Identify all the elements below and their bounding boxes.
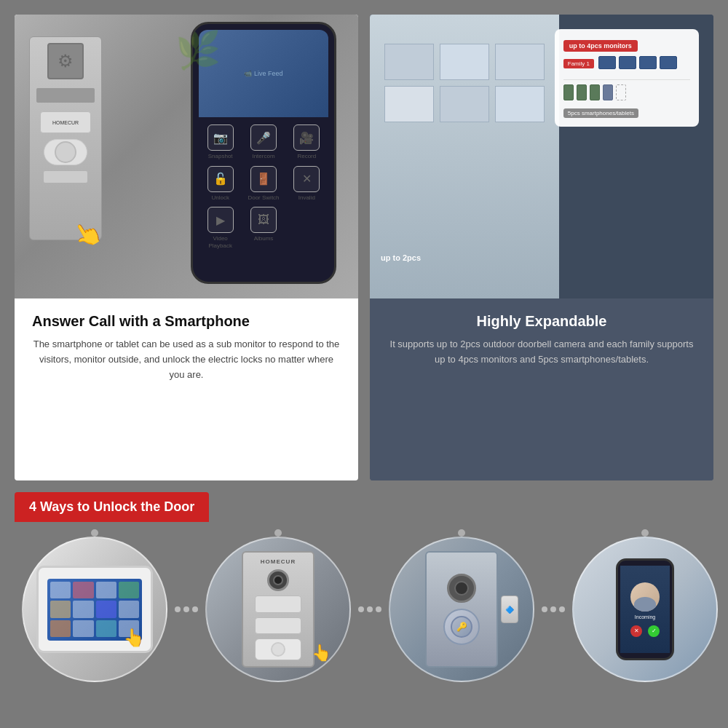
smartphone-icon-3 xyxy=(590,84,600,100)
video-playback-label: Video Playback xyxy=(202,235,239,249)
monitors-badge: up to 4pcs monitors xyxy=(563,40,638,52)
unlock-icon: 🔓 xyxy=(207,166,234,192)
person-avatar xyxy=(630,582,660,612)
phone-unlock-icon-item[interactable]: 🔓 Unlock xyxy=(202,166,239,202)
monitor-unlock-circle: 👆 xyxy=(22,537,167,682)
door-switch-icon: 🚪 xyxy=(250,166,277,192)
left-panel-description: The smartphone or tablet can be used as … xyxy=(32,337,341,382)
right-panel: up to 2pcs up to 4pcs monitors Family 1 xyxy=(370,15,713,480)
family-monitor-row xyxy=(598,56,677,69)
doorbell-press-finger-icon: 👆 xyxy=(312,644,331,662)
unlock-method-doorbell: HOMECUR 👆 xyxy=(205,537,351,682)
phone-doorswitch-icon-item[interactable]: 🚪 Door Switch xyxy=(245,166,282,202)
decline-button[interactable]: ✕ xyxy=(630,625,642,637)
dotted-placeholder xyxy=(616,84,626,100)
up-to-2pcs-label: up to 2pcs xyxy=(381,253,421,262)
top-section: ⚙ HOMECUR 👆 📹 Live Feed xyxy=(15,15,713,480)
page-container: ⚙ HOMECUR 👆 📹 Live Feed xyxy=(0,0,728,728)
smartphone-icon-4 xyxy=(603,84,613,100)
record-icon: 🎥 xyxy=(293,124,320,151)
phone-icons-grid: 📷 Snapshot 🎤 Intercom 🎥 Record xyxy=(199,122,328,252)
phone-snapshot-icon-item[interactable]: 📷 Snapshot xyxy=(202,124,239,160)
monitor-device-image: 👆 xyxy=(36,566,153,653)
smartphone-device-image: Incoming ✕ ✓ xyxy=(616,558,674,660)
accept-button[interactable]: ✓ xyxy=(648,625,660,637)
bottom-section: 4 Ways to Unlock the Door xyxy=(15,492,713,713)
doorbell-device-panel: ⚙ HOMECUR xyxy=(29,36,102,240)
phone-call-screen: Incoming ✕ ✓ xyxy=(620,566,670,653)
door-switch-label: Door Switch xyxy=(248,194,279,202)
phone-record-icon-item[interactable]: 🎥 Record xyxy=(288,124,325,160)
record-label: Record xyxy=(297,153,316,160)
phone-call-text: Incoming xyxy=(635,614,655,620)
keyfob-unlock-circle: 🔑 🔷 xyxy=(389,537,534,682)
right-panel-title: Highly Expandable xyxy=(387,313,696,330)
phone-invalid-icon-item[interactable]: ✕ Invalid xyxy=(288,166,325,202)
right-panel-image: up to 2pcs up to 4pcs monitors Family 1 xyxy=(370,15,713,298)
connector-1 xyxy=(175,606,198,612)
family-label: Family 1 xyxy=(563,59,594,68)
albums-label: Albums xyxy=(254,235,274,242)
doorbell-unlock-circle: HOMECUR 👆 xyxy=(205,537,351,682)
unlock-method-smartphone: Incoming ✕ ✓ xyxy=(572,537,718,682)
doorbell-name-plate: HOMECUR xyxy=(40,111,91,133)
invalid-icon: ✕ xyxy=(293,166,320,192)
phone-intercom-icon-item[interactable]: 🎤 Intercom xyxy=(245,124,282,160)
doorbell-camera-icon: ⚙ xyxy=(47,43,84,79)
unlock-methods-container: 👆 HOMECUR xyxy=(15,522,713,697)
smartphone-unlock-circle: Incoming ✕ ✓ xyxy=(572,537,718,682)
touch-finger-icon: 👆 xyxy=(123,628,145,648)
unlock-label: Unlock xyxy=(211,194,229,202)
smartphone-row xyxy=(563,84,690,100)
left-panel-image: ⚙ HOMECUR 👆 📹 Live Feed xyxy=(15,15,358,298)
snapshot-label: Snapshot xyxy=(208,153,233,160)
key-fob-card: 🔷 xyxy=(501,596,518,623)
monitor-icon-3 xyxy=(639,56,657,69)
invalid-label: Invalid xyxy=(298,194,315,202)
unlock-ways-title: 4 Ways to Unlock the Door xyxy=(29,499,194,515)
doorbell-device-image: HOMECUR xyxy=(242,551,314,668)
connector-2 xyxy=(358,606,381,612)
phone-video-playback-icon-item[interactable]: ▶ Video Playback xyxy=(202,207,239,249)
unlock-method-monitor: 👆 xyxy=(22,537,167,682)
left-panel: ⚙ HOMECUR 👆 📹 Live Feed xyxy=(15,15,358,480)
left-panel-title: Answer Call with a Smartphone xyxy=(32,313,341,330)
monitor-icon-1 xyxy=(598,56,616,69)
right-panel-text: Highly Expandable It supports up to 2pcs… xyxy=(370,298,713,480)
connector-3 xyxy=(542,606,565,612)
unlock-method-keyfob: 🔑 🔷 xyxy=(389,537,534,682)
albums-icon: 🖼 xyxy=(250,207,277,233)
phone-albums-icon-item[interactable]: 🖼 Albums xyxy=(245,207,282,249)
right-panel-description: It supports up to 2pcs outdoor doorbell … xyxy=(387,337,696,368)
unlock-ways-banner: 4 Ways to Unlock the Door xyxy=(15,492,209,522)
video-playback-icon: ▶ xyxy=(207,207,234,233)
expand-diagram: up to 4pcs monitors Family 1 xyxy=(555,29,699,127)
smartphone-icon-2 xyxy=(577,84,587,100)
monitor-icon-2 xyxy=(619,56,636,69)
left-panel-text: Answer Call with a Smartphone The smartp… xyxy=(15,298,358,480)
plant-decor: 🌿 xyxy=(175,29,221,71)
snapshot-icon: 📷 xyxy=(207,124,234,151)
intercom-label: Intercom xyxy=(252,153,274,160)
fob-reader-area: 🔑 xyxy=(443,609,480,645)
monitor-icon-4 xyxy=(660,56,677,69)
smartphones-badge: 5pcs smartphones/tablets xyxy=(563,108,638,118)
keyfob-device-image: 🔑 xyxy=(425,551,498,668)
smartphone-icon-1 xyxy=(563,84,574,100)
intercom-icon: 🎤 xyxy=(250,124,277,151)
